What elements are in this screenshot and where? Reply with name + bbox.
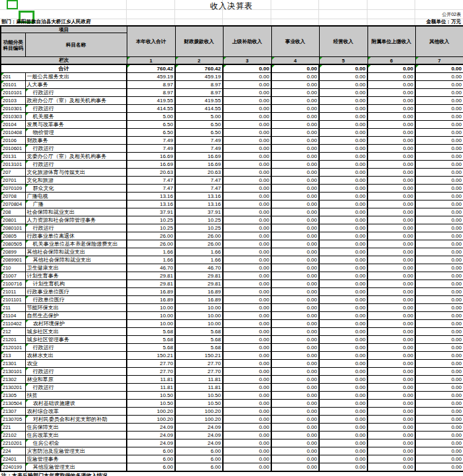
value-cell[interactable]: 27.70 bbox=[175, 360, 223, 368]
value-cell[interactable]: 0.00 bbox=[319, 105, 367, 113]
column-header-cell[interactable]: 本年收入合计 bbox=[127, 26, 175, 57]
value-cell[interactable]: 10.00 bbox=[127, 312, 175, 320]
value-cell[interactable]: 0.00 bbox=[223, 193, 271, 200]
name-cell[interactable]: 一般公共服务支出 bbox=[25, 73, 127, 81]
code-cell[interactable]: 20801 bbox=[1, 216, 25, 224]
column-number-cell[interactable]: 5 bbox=[319, 57, 367, 65]
value-cell[interactable]: 16.69 bbox=[127, 161, 175, 169]
value-cell[interactable]: 0.00 bbox=[367, 169, 415, 177]
value-cell[interactable]: 0.00 bbox=[415, 376, 463, 384]
name-cell[interactable]: 节能环保支出 bbox=[25, 304, 127, 312]
value-cell[interactable]: 0.00 bbox=[415, 97, 463, 105]
value-cell[interactable]: 13.16 bbox=[175, 193, 223, 200]
value-cell[interactable]: 0.00 bbox=[367, 368, 415, 376]
value-cell[interactable]: 16.69 bbox=[175, 161, 223, 169]
value-cell[interactable]: 0.00 bbox=[319, 208, 367, 216]
value-cell[interactable]: 0.00 bbox=[223, 105, 271, 113]
value-cell[interactable]: 6.00 bbox=[175, 455, 223, 463]
code-cell[interactable]: 2070804 bbox=[1, 200, 25, 208]
value-cell[interactable]: 7.49 bbox=[127, 145, 175, 153]
value-cell[interactable]: 0.00 bbox=[319, 73, 367, 81]
value-cell[interactable]: 0.00 bbox=[319, 193, 367, 200]
name-cell[interactable]: 林业和草原 bbox=[25, 376, 127, 384]
value-cell[interactable]: 0.00 bbox=[319, 264, 367, 272]
value-cell[interactable]: 0.00 bbox=[367, 463, 415, 472]
lanci-label-cell[interactable]: 栏次 bbox=[1, 57, 127, 65]
value-cell[interactable]: 0.00 bbox=[271, 145, 319, 153]
value-cell[interactable]: 0.00 bbox=[319, 224, 367, 232]
value-cell[interactable]: 0.00 bbox=[319, 240, 367, 248]
value-cell[interactable]: 0.00 bbox=[367, 400, 415, 408]
name-cell[interactable]: 行政运行 bbox=[25, 368, 127, 376]
name-cell[interactable]: 城乡社区支出 bbox=[25, 328, 127, 336]
value-cell[interactable]: 0.00 bbox=[271, 304, 319, 312]
value-cell[interactable]: 0.00 bbox=[319, 463, 367, 472]
value-cell[interactable]: 0.00 bbox=[271, 224, 319, 232]
name-cell[interactable]: 农业 bbox=[25, 360, 127, 368]
name-cell[interactable]: 其他社会保障和就业支出 bbox=[25, 256, 127, 264]
value-cell[interactable]: 0.00 bbox=[415, 408, 463, 416]
value-cell[interactable]: 0.00 bbox=[319, 352, 367, 360]
value-cell[interactable]: 0.00 bbox=[367, 328, 415, 336]
value-cell[interactable]: 0.00 bbox=[319, 89, 367, 97]
name-cell[interactable]: 农村环境保护 bbox=[25, 320, 127, 328]
value-cell[interactable]: 8.97 bbox=[127, 89, 175, 97]
value-cell[interactable]: 0.00 bbox=[223, 424, 271, 432]
value-cell[interactable]: 0.00 bbox=[367, 177, 415, 185]
value-cell[interactable]: 150.21 bbox=[127, 352, 175, 360]
value-cell[interactable]: 26.00 bbox=[127, 240, 175, 248]
value-cell[interactable]: 5.00 bbox=[175, 113, 223, 121]
value-cell[interactable]: 26.00 bbox=[175, 240, 223, 248]
value-cell[interactable]: 11.81 bbox=[175, 376, 223, 384]
value-cell[interactable]: 0.00 bbox=[367, 384, 415, 392]
value-cell[interactable]: 0.00 bbox=[271, 360, 319, 368]
code-cell[interactable]: 2010303 bbox=[1, 113, 25, 121]
value-cell[interactable]: 0.00 bbox=[223, 352, 271, 360]
value-cell[interactable]: 0.00 bbox=[271, 455, 319, 463]
value-cell[interactable]: 20.63 bbox=[127, 169, 175, 177]
name-cell[interactable]: 农林水支出 bbox=[25, 352, 127, 360]
value-cell[interactable]: 0.00 bbox=[271, 392, 319, 400]
value-cell[interactable]: 0.00 bbox=[415, 463, 463, 472]
value-cell[interactable]: 0.00 bbox=[367, 200, 415, 208]
value-cell[interactable]: 0.00 bbox=[223, 272, 271, 280]
value-cell[interactable]: 0.00 bbox=[223, 185, 271, 193]
column-header-cell[interactable]: 财政拨款收入 bbox=[175, 26, 223, 57]
value-cell[interactable]: 0.00 bbox=[415, 439, 463, 447]
value-cell[interactable]: 0.00 bbox=[223, 113, 271, 121]
total-value-cell[interactable]: 760.42 bbox=[127, 64, 175, 73]
value-cell[interactable]: 10.00 bbox=[175, 312, 223, 320]
value-cell[interactable]: 0.00 bbox=[271, 408, 319, 416]
value-cell[interactable]: 0.00 bbox=[223, 288, 271, 296]
value-cell[interactable]: 0.00 bbox=[319, 312, 367, 320]
value-cell[interactable]: 10.50 bbox=[127, 400, 175, 408]
value-cell[interactable]: 0.00 bbox=[223, 384, 271, 392]
name-cell[interactable]: 行政事业单位医疗 bbox=[25, 288, 127, 296]
value-cell[interactable]: 0.00 bbox=[319, 145, 367, 153]
value-cell[interactable]: 0.00 bbox=[223, 280, 271, 288]
value-cell[interactable]: 37.91 bbox=[127, 208, 175, 216]
code-cell[interactable]: 2010101 bbox=[1, 89, 25, 97]
value-cell[interactable]: 6.50 bbox=[175, 121, 223, 129]
value-cell[interactable]: 29.81 bbox=[175, 280, 223, 288]
code-cell[interactable]: 2080101 bbox=[1, 224, 25, 232]
value-cell[interactable]: 0.00 bbox=[271, 137, 319, 145]
value-cell[interactable]: 0.00 bbox=[415, 105, 463, 113]
value-cell[interactable]: 7.47 bbox=[175, 185, 223, 193]
value-cell[interactable]: 6.00 bbox=[127, 455, 175, 463]
value-cell[interactable]: 0.00 bbox=[319, 185, 367, 193]
code-cell[interactable]: 2010408 bbox=[1, 129, 25, 137]
name-cell[interactable]: 其他应急管理支出 bbox=[25, 463, 127, 472]
name-cell[interactable]: 住房保障支出 bbox=[25, 424, 127, 432]
code-cell[interactable]: 2130201 bbox=[1, 384, 25, 392]
value-cell[interactable]: 0.00 bbox=[271, 328, 319, 336]
code-cell[interactable]: 2240199 bbox=[1, 463, 25, 472]
code-cell[interactable]: 208 bbox=[1, 208, 25, 216]
total-value-cell[interactable]: 0.00 bbox=[319, 64, 367, 73]
value-cell[interactable]: 0.00 bbox=[319, 288, 367, 296]
value-cell[interactable]: 0.00 bbox=[367, 137, 415, 145]
value-cell[interactable]: 0.00 bbox=[271, 424, 319, 432]
value-cell[interactable]: 5.00 bbox=[127, 113, 175, 121]
name-cell[interactable]: 政府办公厅（室）及相关机构事务 bbox=[25, 97, 127, 105]
value-cell[interactable]: 0.00 bbox=[415, 416, 463, 424]
